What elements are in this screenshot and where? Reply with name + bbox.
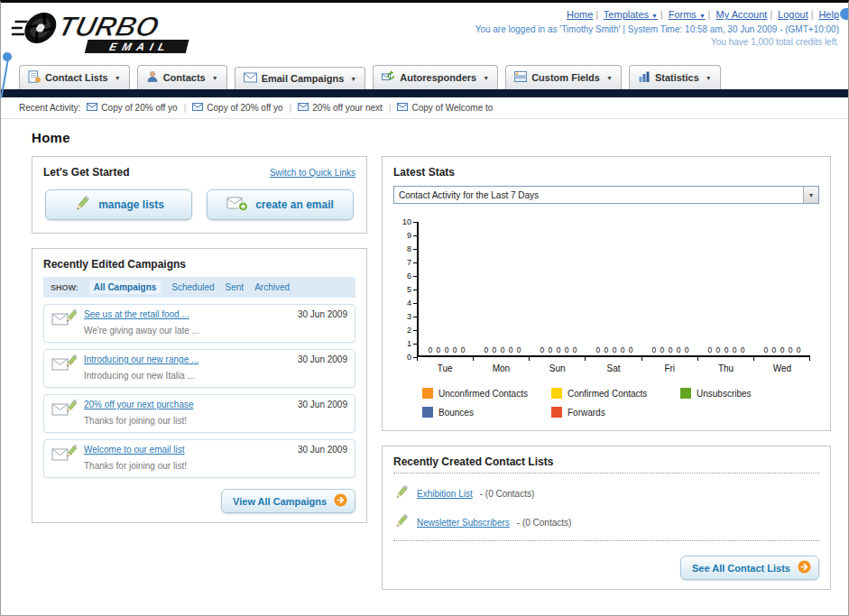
chevron-down-icon: ▼ (212, 75, 218, 81)
campaign-title-link[interactable]: See us at the retail food ... (84, 309, 291, 319)
credits-text: You have 1,000 total credits left. (475, 37, 839, 47)
tab-statistics[interactable]: Statistics ▼ (629, 65, 721, 89)
create-email-button[interactable]: create an email (207, 189, 354, 220)
tab-custom-fields[interactable]: Custom Fields ▼ (505, 65, 622, 89)
recent-activity-item[interactable]: 20% off your next (298, 103, 383, 113)
contact-lists-icon (28, 70, 41, 85)
link-separator: | (595, 10, 598, 20)
chart-x-labels: Tue Mon Sun Sat Fri Thu Wed (417, 363, 810, 373)
campaign-row[interactable]: Welcome to our email list Thanks for joi… (43, 439, 355, 478)
pencil-icon (393, 513, 410, 531)
legend-swatch (680, 388, 691, 399)
tab-contacts[interactable]: Contacts ▼ (137, 65, 227, 89)
contacts-icon (146, 70, 159, 85)
legend-item: Confirmed Contacts (551, 388, 680, 399)
campaign-row[interactable]: Introducing our new range ... Introducin… (43, 349, 355, 388)
campaigns-filter-bar: SHOW: All Campaigns Scheduled Sent Archi… (43, 277, 355, 298)
legend-swatch (551, 407, 562, 418)
see-all-contact-lists-button[interactable]: See All Contact Lists (680, 556, 819, 580)
envelope-icon (87, 103, 97, 113)
nav-link-my-account[interactable]: My Account (716, 9, 768, 20)
nav-link-forms[interactable]: Forms ▼ (669, 9, 706, 20)
manage-lists-button[interactable]: manage lists (45, 189, 192, 220)
nav-link-help[interactable]: Help (818, 9, 839, 20)
recent-activity-item[interactable]: Copy of 20% off yo (87, 103, 177, 113)
chevron-down-icon: ▼ (606, 75, 613, 81)
campaign-edit-icon (51, 309, 77, 333)
pencil-icon (393, 484, 410, 502)
activity-separator: | (184, 103, 187, 113)
chevron-down-icon: ▼ (350, 76, 356, 82)
tab-label: Email Campaigns (262, 73, 345, 84)
campaign-date: 30 Jun 2009 (298, 445, 347, 455)
stats-period-select[interactable]: Contact Activity for the Last 7 Days ▼ (393, 186, 819, 204)
campaign-title-link[interactable]: Introducing our new range ... (84, 354, 291, 364)
chart-plot-area: 0 0 0 0 0 0 0 0 0 0 0 0 0 0 0 0 0 0 0 0 … (417, 222, 810, 357)
envelope-icon (298, 103, 309, 113)
chevron-down-icon: ▼ (115, 75, 121, 81)
recent-contact-lists-panel: Recently Created Contact Lists Exhibitio… (382, 446, 831, 590)
tab-label: Contacts (163, 72, 206, 83)
autoresponders-icon (382, 70, 395, 85)
latest-stats-title: Latest Stats (393, 166, 455, 179)
chevron-down-icon: ▼ (803, 187, 818, 203)
header: TURBO EMAIL Home| Templates ▼| Forms ▼| … (1, 3, 848, 60)
chart-x-ticks (417, 357, 810, 361)
campaign-edit-icon (51, 445, 77, 468)
recent-activity-item[interactable]: Copy of Welcome to (397, 103, 493, 113)
contact-list-link[interactable]: Exhibition List (417, 489, 473, 499)
switch-quick-links-link[interactable]: Switch to Quick Links (270, 168, 355, 178)
legend-item: Unsubscribes (680, 388, 809, 399)
filter-archived[interactable]: Archived (254, 282, 290, 292)
nav-link-home[interactable]: Home (567, 9, 593, 20)
filter-sent[interactable]: Sent (226, 282, 245, 292)
tab-label: Autoresponders (400, 72, 476, 83)
dotted-divider (393, 540, 819, 541)
tab-label: Contact Lists (45, 72, 108, 83)
envelope-icon (397, 103, 408, 113)
legend-item: Forwards (551, 407, 680, 418)
contact-list-row[interactable]: Newsletter Subscribers - (0 Contacts) (393, 507, 819, 536)
dotted-divider (393, 473, 819, 473)
pencil-icon (73, 195, 91, 216)
link-separator: | (660, 10, 663, 20)
email-campaigns-icon (244, 72, 257, 85)
nav-link-templates[interactable]: Templates ▼ (604, 9, 658, 20)
tab-autoresponders[interactable]: Autoresponders ▼ (373, 65, 498, 89)
activity-separator: | (290, 103, 292, 113)
envelope-icon (192, 103, 203, 113)
view-all-campaigns-button[interactable]: View All Campaigns (221, 489, 355, 513)
contact-list-link[interactable]: Newsletter Subscribers (417, 518, 510, 528)
campaign-row[interactable]: See us at the retail food ... We're givi… (43, 304, 355, 343)
chart-value-labels: 0 0 0 0 0 (586, 345, 642, 355)
custom-fields-icon (514, 70, 527, 85)
contact-list-row[interactable]: Exhibition List - (0 Contacts) (393, 478, 819, 507)
main-navbar: Contact Lists ▼ Contacts ▼ Email Campaig… (1, 60, 848, 89)
page-title: Home (32, 130, 823, 145)
filter-all-campaigns[interactable]: All Campaigns (89, 280, 161, 294)
contact-lists-panel-title: Recently Created Contact Lists (393, 455, 553, 468)
latest-stats-panel: Latest Stats Contact Activity for the La… (382, 156, 831, 431)
contact-list-count: - (0 Contacts) (517, 518, 572, 528)
app-window: TURBO EMAIL Home| Templates ▼| Forms ▼| … (0, 0, 849, 616)
main-content: Home Let's Get Started Switch to Quick L… (1, 119, 848, 604)
blue-edge-dot (840, 8, 848, 20)
tab-contact-lists[interactable]: Contact Lists ▼ (19, 65, 130, 89)
tab-email-campaigns[interactable]: Email Campaigns ▼ (235, 67, 366, 89)
filter-scheduled[interactable]: Scheduled (171, 282, 214, 292)
activity-separator: | (389, 103, 392, 113)
chart-value-labels: 0 0 0 0 0 (754, 345, 810, 355)
campaign-title-link[interactable]: Welcome to our email list (84, 445, 291, 455)
logo-subtitle: EMAIL (108, 41, 172, 53)
turbo-email-logo[interactable]: TURBO EMAIL (5, 5, 232, 60)
recent-activity-bar: Recent Activity: Copy of 20% off yo | Co… (1, 97, 848, 119)
recent-activity-item[interactable]: Copy of 20% off yo (192, 103, 282, 113)
campaign-date: 30 Jun 2009 (298, 354, 347, 364)
campaign-title-link[interactable]: 20% off your next purchase (84, 400, 291, 409)
nav-link-logout[interactable]: Logout (778, 9, 808, 20)
chart-y-axis: 10 9 8 7 6 5 4 3 2 1 0 (395, 217, 417, 362)
get-started-title: Let's Get Started (43, 166, 130, 179)
campaign-row[interactable]: 20% off your next purchase Thanks for jo… (43, 394, 355, 433)
campaign-date: 30 Jun 2009 (298, 400, 347, 409)
tab-label: Statistics (655, 72, 699, 83)
